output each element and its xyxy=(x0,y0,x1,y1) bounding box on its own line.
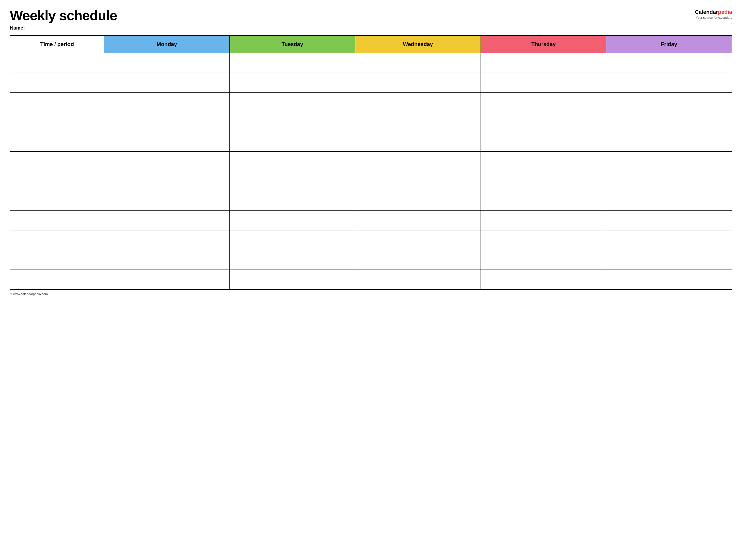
table-cell[interactable] xyxy=(104,73,229,93)
table-cell[interactable] xyxy=(355,270,481,289)
table-cell[interactable] xyxy=(10,211,104,230)
table-row xyxy=(10,270,732,289)
table-cell[interactable] xyxy=(481,93,606,112)
table-cell[interactable] xyxy=(229,270,355,289)
table-cell[interactable] xyxy=(606,171,732,191)
table-cell[interactable] xyxy=(104,270,229,289)
table-cell[interactable] xyxy=(229,230,355,250)
table-cell[interactable] xyxy=(481,171,606,191)
page-title: Weekly schedule xyxy=(10,8,117,23)
table-cell[interactable] xyxy=(10,93,104,112)
table-row xyxy=(10,53,732,73)
table-cell[interactable] xyxy=(10,152,104,171)
table-cell[interactable] xyxy=(606,73,732,93)
table-row xyxy=(10,250,732,270)
col-header-monday: Monday xyxy=(104,36,229,53)
table-cell[interactable] xyxy=(606,250,732,270)
table-cell[interactable] xyxy=(10,230,104,250)
table-cell[interactable] xyxy=(355,230,481,250)
table-cell[interactable] xyxy=(104,230,229,250)
table-cell[interactable] xyxy=(355,171,481,191)
table-row xyxy=(10,152,732,171)
table-cell[interactable] xyxy=(481,112,606,132)
table-cell[interactable] xyxy=(229,250,355,270)
header: Weekly schedule Name: Calendarpedia Your… xyxy=(10,8,732,31)
table-cell[interactable] xyxy=(104,112,229,132)
table-cell[interactable] xyxy=(606,270,732,289)
table-cell[interactable] xyxy=(229,73,355,93)
table-cell[interactable] xyxy=(104,132,229,152)
table-cell[interactable] xyxy=(10,53,104,73)
table-cell[interactable] xyxy=(355,211,481,230)
table-cell[interactable] xyxy=(104,211,229,230)
table-cell[interactable] xyxy=(229,191,355,211)
table-cell[interactable] xyxy=(355,93,481,112)
table-cell[interactable] xyxy=(606,112,732,132)
table-cell[interactable] xyxy=(481,152,606,171)
logo-pedia: pedia xyxy=(718,9,732,15)
logo-text: Calendarpedia xyxy=(695,9,732,15)
table-cell[interactable] xyxy=(481,250,606,270)
table-cell[interactable] xyxy=(104,250,229,270)
table-row xyxy=(10,132,732,152)
table-cell[interactable] xyxy=(104,191,229,211)
col-header-wednesday: Wednesday xyxy=(355,36,481,53)
schedule-table: Time / period Monday Tuesday Wednesday T… xyxy=(10,35,732,290)
table-cell[interactable] xyxy=(10,270,104,289)
name-label: Name: xyxy=(10,25,117,31)
table-row xyxy=(10,191,732,211)
table-cell[interactable] xyxy=(355,152,481,171)
table-cell[interactable] xyxy=(10,171,104,191)
table-cell[interactable] xyxy=(606,93,732,112)
col-header-time: Time / period xyxy=(10,36,104,53)
table-cell[interactable] xyxy=(229,171,355,191)
footer-copyright: © www.calendarpedia.com xyxy=(10,292,732,296)
table-cell[interactable] xyxy=(606,191,732,211)
table-cell[interactable] xyxy=(10,73,104,93)
table-cell[interactable] xyxy=(104,93,229,112)
table-cell[interactable] xyxy=(481,191,606,211)
table-cell[interactable] xyxy=(481,73,606,93)
table-cell[interactable] xyxy=(355,73,481,93)
table-cell[interactable] xyxy=(10,132,104,152)
table-cell[interactable] xyxy=(606,132,732,152)
table-cell[interactable] xyxy=(481,211,606,230)
table-cell[interactable] xyxy=(481,270,606,289)
table-row xyxy=(10,211,732,230)
logo-calendar: Calendar xyxy=(695,9,718,15)
table-cell[interactable] xyxy=(481,53,606,73)
table-cell[interactable] xyxy=(104,171,229,191)
table-cell[interactable] xyxy=(229,152,355,171)
table-cell[interactable] xyxy=(355,112,481,132)
col-header-friday: Friday xyxy=(606,36,732,53)
table-cell[interactable] xyxy=(229,93,355,112)
table-cell[interactable] xyxy=(355,132,481,152)
table-cell[interactable] xyxy=(10,250,104,270)
table-cell[interactable] xyxy=(10,112,104,132)
table-cell[interactable] xyxy=(104,53,229,73)
table-row xyxy=(10,112,732,132)
table-row xyxy=(10,171,732,191)
table-cell[interactable] xyxy=(229,132,355,152)
header-row: Time / period Monday Tuesday Wednesday T… xyxy=(10,36,732,53)
table-cell[interactable] xyxy=(10,191,104,211)
table-cell[interactable] xyxy=(229,53,355,73)
table-cell[interactable] xyxy=(355,53,481,73)
table-cell[interactable] xyxy=(481,132,606,152)
table-cell[interactable] xyxy=(481,230,606,250)
table-cell[interactable] xyxy=(104,152,229,171)
logo-area: Calendarpedia Your source for calendars xyxy=(695,9,732,19)
logo-subtitle: Your source for calendars xyxy=(696,16,732,19)
table-cell[interactable] xyxy=(355,191,481,211)
table-cell[interactable] xyxy=(355,250,481,270)
table-cell[interactable] xyxy=(606,152,732,171)
col-header-tuesday: Tuesday xyxy=(229,36,355,53)
table-cell[interactable] xyxy=(606,53,732,73)
table-row xyxy=(10,73,732,93)
table-row xyxy=(10,93,732,112)
title-area: Weekly schedule Name: xyxy=(10,8,117,31)
table-cell[interactable] xyxy=(229,211,355,230)
table-cell[interactable] xyxy=(229,112,355,132)
table-cell[interactable] xyxy=(606,211,732,230)
table-cell[interactable] xyxy=(606,230,732,250)
